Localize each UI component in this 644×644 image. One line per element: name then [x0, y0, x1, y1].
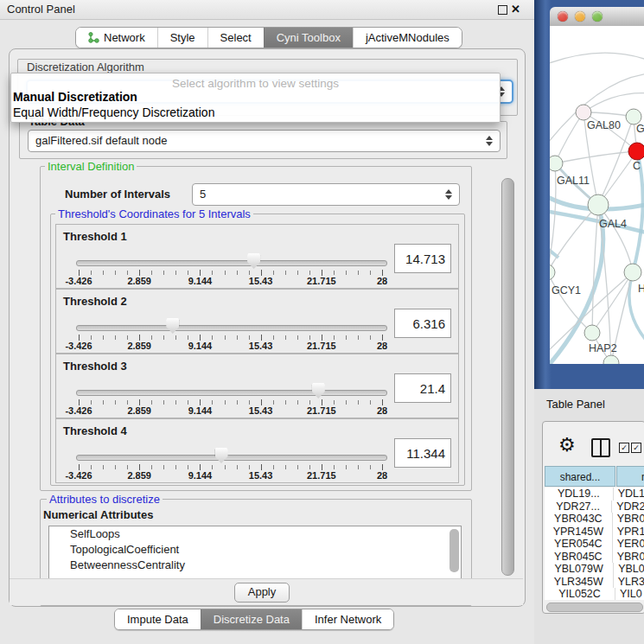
attribute-item[interactable]: BetweennessCentrality — [49, 558, 461, 573]
table-row[interactable]: YBR043CYBR0 — [545, 513, 644, 526]
tick-mark — [79, 464, 80, 470]
table-row[interactable]: YBR045CYBR0 — [545, 551, 644, 564]
tick-mark — [309, 400, 310, 405]
threshold-value-field[interactable]: 11.344 — [394, 438, 451, 468]
network-node-h[interactable] — [624, 264, 641, 281]
slider-track[interactable] — [76, 455, 387, 461]
table-row[interactable]: YDL19...YDL1 — [545, 488, 644, 501]
network-node-hap2[interactable] — [584, 325, 600, 341]
split-columns-icon[interactable] — [591, 438, 610, 457]
table-row[interactable]: YLR345WYLR3 — [545, 576, 644, 589]
table-row[interactable]: YPR145WYPR1 — [545, 526, 644, 539]
tick-mark — [382, 464, 383, 470]
tick-mark — [322, 464, 322, 470]
tick-mark — [358, 335, 359, 340]
network-node-gal80[interactable] — [576, 105, 591, 120]
numerical-attributes-list[interactable]: SelfLoopsTopologicalCoefficientBetweenne… — [48, 526, 462, 579]
node-label: H — [638, 283, 644, 295]
horizontal-scrollbar-thumb[interactable] — [546, 603, 643, 612]
table-row[interactable]: YDR27...YDR2 — [545, 501, 644, 513]
tab-label: Network — [104, 31, 145, 44]
control-panel: Control Panel ✕ NetworkStyleSelectCyni T… — [0, 0, 534, 644]
close-icon[interactable]: ✕ — [511, 3, 520, 16]
tab-cyni-toolbox[interactable]: Cyni Toolbox — [264, 28, 353, 48]
tick-mark — [103, 465, 104, 469]
network-icon — [88, 32, 99, 43]
threshold-value-field[interactable]: 6.316 — [394, 309, 451, 338]
tick-label: 9.144 — [181, 405, 219, 416]
tick-mark — [249, 271, 250, 275]
table-data-combobox[interactable]: galFiltered.sif default node — [28, 130, 501, 152]
bottom-tab-impute-data[interactable]: Impute Data — [115, 609, 201, 629]
tick-mark — [175, 465, 176, 469]
slider-track[interactable] — [76, 260, 387, 266]
bottom-tab-infer-network[interactable]: Infer Network — [302, 609, 393, 629]
checkbox-icon[interactable]: ✓ — [631, 443, 641, 453]
network-canvas[interactable]: GAL80GACGAL11GAL4GCY1HHAP2 — [550, 26, 644, 364]
number-of-intervals-combobox[interactable]: 5 — [192, 183, 460, 206]
table-row[interactable]: YIL052CYIL0 — [545, 588, 644, 600]
tick-mark — [115, 400, 116, 405]
tick-mark — [91, 271, 92, 275]
cell-name: YER0 — [613, 538, 644, 551]
cell-shared-name: YIL052C — [545, 588, 615, 600]
slider-thumb[interactable] — [247, 253, 260, 269]
tick-mark — [346, 271, 347, 275]
bottom-tab-discretize-data[interactable]: Discretize Data — [201, 609, 302, 629]
network-node-c[interactable] — [628, 143, 644, 160]
float-window-icon[interactable] — [498, 5, 507, 15]
tick-mark — [322, 399, 322, 405]
tick-label: 28 — [363, 276, 401, 286]
dropdown-item-manual-discretization[interactable]: Manual Discretization — [13, 90, 137, 104]
slider-track[interactable] — [76, 325, 387, 331]
slider-thumb[interactable] — [215, 448, 228, 463]
tick-mark — [322, 335, 322, 341]
slider-thumb[interactable] — [166, 318, 179, 334]
tick-mark — [163, 335, 164, 340]
dropdown-item-equal-width-frequency[interactable]: Equal Width/Frequency Discretization — [13, 105, 214, 119]
tab-jactivemnodules[interactable]: jActiveMNodules — [353, 28, 462, 48]
slider-track[interactable] — [76, 390, 387, 396]
tick-mark — [188, 400, 188, 405]
threshold-value-field[interactable]: 21.4 — [394, 373, 451, 403]
slider-thumb[interactable] — [312, 383, 325, 399]
tab-style[interactable]: Style — [157, 28, 207, 48]
attribute-item[interactable]: SelfLoops — [49, 526, 461, 542]
close-traffic-light-icon[interactable] — [558, 11, 568, 22]
tick-mark — [163, 400, 164, 405]
tick-mark — [261, 270, 262, 276]
tick-label: -3.426 — [60, 405, 98, 416]
zoom-traffic-light-icon[interactable] — [592, 11, 603, 22]
tab-select[interactable]: Select — [207, 28, 264, 48]
list-scrollbar[interactable] — [450, 529, 459, 572]
tab-label: Infer Network — [315, 613, 381, 626]
tab-network[interactable]: Network — [76, 28, 157, 48]
panel-scrollbar[interactable] — [499, 163, 515, 602]
network-node[interactable] — [603, 355, 619, 364]
minimize-traffic-light-icon[interactable] — [575, 11, 585, 22]
network-node-gal11[interactable] — [550, 156, 563, 171]
tick-mark — [151, 465, 152, 469]
tick-mark — [237, 400, 238, 405]
table-row[interactable]: YER054CYER0 — [545, 538, 644, 551]
table-row[interactable]: YBL079WYBL0 — [545, 563, 644, 576]
tick-mark — [200, 464, 201, 470]
attribute-item[interactable]: TopologicalCoefficient — [49, 542, 461, 558]
column-header-shared[interactable]: shared... — [545, 466, 615, 487]
tick-mark — [175, 271, 176, 275]
network-node-gal4[interactable] — [588, 194, 609, 215]
column-header-name[interactable]: na — [616, 466, 644, 487]
threshold-value-field[interactable]: 14.713 — [394, 244, 451, 273]
gear-icon[interactable]: ⚙ — [558, 434, 576, 456]
threshold-row-2: Threshold 2-3.4262.8599.14415.4321.71528… — [55, 289, 459, 354]
tick-mark — [175, 335, 176, 340]
apply-button[interactable]: Apply — [234, 583, 290, 603]
panel-scrollbar-thumb[interactable] — [501, 178, 514, 576]
cell-shared-name: YBR043C — [545, 513, 613, 526]
tick-mark — [297, 465, 298, 469]
checkbox-icon[interactable]: ✓ — [619, 443, 629, 453]
network-node-gcy1[interactable] — [550, 265, 555, 280]
tick-mark — [139, 464, 140, 470]
tick-mark — [261, 399, 262, 405]
cell-shared-name: YLR345W — [545, 576, 614, 589]
